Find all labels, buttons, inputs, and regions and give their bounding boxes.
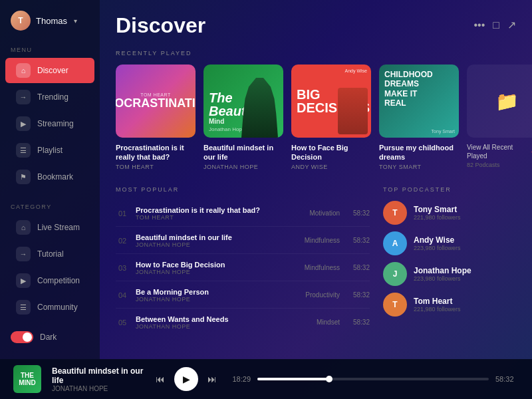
track-artist: JONATHAN HOPE	[136, 241, 280, 248]
podcaster-name: Jonathan Hope	[414, 266, 471, 275]
podcaster-avatar: J	[383, 262, 407, 286]
podcast-author: TOM HEART	[116, 164, 196, 170]
podcast-author: JONATHAN HOPE	[203, 164, 283, 170]
sidebar-item-community[interactable]: ☰ Community	[5, 295, 94, 320]
top-podcaster-section: TOP PODCASTER T Tony Smart 221,980 follo…	[383, 186, 516, 335]
podcast-card-procrastination[interactable]: Tom Heart PROCRASTINATION Procrastinatio…	[116, 65, 196, 170]
view-all-card[interactable]: 📁	[467, 65, 532, 138]
podcast-cover-beautiful: The Beautiful Mind Jonathan Hope	[203, 65, 283, 138]
sidebar-item-bookmark[interactable]: ⚑ Bookmark	[5, 164, 94, 190]
total-time: 58:32	[495, 375, 519, 383]
track-info: Procrastination is it really that bad? T…	[136, 206, 280, 221]
trending-icon: →	[16, 90, 31, 104]
sidebar-item-label: Streaming	[37, 119, 74, 128]
podcast-author: TONY SMART	[379, 164, 459, 170]
popular-item[interactable]: 01 Procrastination is it really that bad…	[116, 201, 370, 227]
sidebar-item-trending[interactable]: → Trending	[5, 84, 94, 110]
competition-icon: ▶	[16, 273, 31, 288]
podcaster-followers: 221,980 followers	[414, 306, 461, 313]
progress-knob	[326, 376, 332, 382]
avatar: T	[11, 11, 31, 31]
dark-mode-toggle[interactable]: Dark	[0, 326, 100, 348]
podcaster-info: Andy Wise 223,980 followers	[414, 235, 461, 251]
popular-item[interactable]: 03 How to Face Big Decision JONATHAN HOP…	[116, 255, 370, 281]
progress-bar[interactable]	[257, 378, 489, 380]
player-progress-area: 18:29 58:32	[227, 375, 519, 383]
popular-list: 01 Procrastination is it really that bad…	[116, 201, 370, 335]
streaming-icon: ▶	[16, 116, 31, 131]
view-all-info: View All Recent Played → 82 Podcasts	[467, 143, 532, 168]
dark-mode-label: Dark	[40, 332, 57, 342]
podcast-author: ANDY WISE	[291, 164, 371, 170]
podcast-card-childhood[interactable]: CHILDHOODDREAMSMAKE ITREAL Tony Smart Pu…	[379, 65, 459, 170]
podcast-name: Pursue my childhood dreams	[379, 143, 459, 162]
sidebar-item-competition[interactable]: ▶ Competition	[5, 268, 94, 293]
podcaster-item[interactable]: J Jonathan Hope 223,980 followers	[383, 262, 516, 286]
podcaster-list: T Tony Smart 221,980 followers A Andy Wi…	[383, 201, 516, 317]
playlist-icon: ☰	[16, 143, 31, 158]
podcaster-item[interactable]: A Andy Wise 223,980 followers	[383, 231, 516, 255]
podcaster-info: Tom Heart 221,980 followers	[414, 297, 461, 313]
sidebar-item-playlist[interactable]: ☰ Playlist	[5, 138, 94, 163]
podcaster-name: Tony Smart	[414, 205, 461, 214]
arrow-icon: →	[529, 146, 532, 157]
profile-name: Thomas	[36, 16, 67, 26]
livestream-icon: ⌂	[16, 220, 31, 235]
player-info: Beautiful mindset in our life JONATHAN H…	[52, 366, 145, 392]
prev-button[interactable]: ⏮	[156, 374, 165, 384]
music-icon: THEMIND	[19, 372, 36, 386]
bottom-sections: MOST POPULAR 01 Procrastination is it re…	[116, 186, 516, 335]
next-button[interactable]: ⏭	[207, 374, 217, 384]
sidebar-item-label: Bookmark	[37, 172, 73, 182]
recently-played-grid: Tom Heart PROCRASTINATION Procrastinatio…	[116, 65, 516, 170]
podcaster-info: Jonathan Hope 223,980 followers	[414, 266, 471, 282]
bottom-player: THEMIND Beautiful mindset in our life JO…	[0, 359, 532, 399]
sidebar-item-discover[interactable]: ⌂ Discover	[5, 58, 94, 83]
person-silhouette	[338, 88, 368, 134]
view-all-label: View All Recent Played	[467, 143, 527, 160]
popular-item[interactable]: 04 Be a Morning Person JONATHAN HOPE Pro…	[116, 283, 370, 309]
podcaster-followers: 223,980 followers	[414, 245, 461, 251]
view-all-link[interactable]: View All Recent Played →	[467, 143, 532, 160]
podcast-card-beautiful[interactable]: The Beautiful Mind Jonathan Hope Beautif…	[203, 65, 283, 170]
most-popular-label: MOST POPULAR	[116, 186, 370, 193]
track-number: 02	[116, 237, 129, 245]
play-button[interactable]: ▶	[174, 367, 198, 391]
current-time: 18:29	[227, 375, 251, 383]
sidebar-profile[interactable]: T Thomas ▾	[0, 11, 100, 41]
more-icon[interactable]: •••	[474, 19, 485, 31]
podcaster-avatar: T	[383, 293, 407, 317]
sidebar-item-streaming[interactable]: ▶ Streaming	[5, 111, 94, 136]
sidebar-item-tutorial[interactable]: → Tutorial	[5, 241, 94, 267]
sidebar-item-label: Community	[37, 303, 78, 312]
podcast-cover-procrastination: Tom Heart PROCRASTINATION	[116, 65, 196, 138]
popular-item[interactable]: 02 Beautiful mindset in our life JONATHA…	[116, 228, 370, 254]
podcaster-avatar: T	[383, 201, 407, 225]
track-title: Procrastination is it really that bad?	[136, 206, 280, 214]
category-section-label: CATEGORY	[0, 198, 100, 214]
sidebar-item-label: Live Stream	[37, 223, 80, 232]
podcaster-item[interactable]: T Tony Smart 221,980 followers	[383, 201, 516, 225]
popular-item[interactable]: 05 Between Wants and Needs JONATHAN HOPE…	[116, 310, 370, 335]
silhouette-decoration	[241, 78, 278, 138]
menu-section-label: MENU	[0, 41, 100, 57]
sidebar-item-livestream[interactable]: ⌂ Live Stream	[5, 215, 94, 240]
podcast-cover-bigdecisions: Andy Wise BIG DECISIONS	[291, 65, 371, 138]
podcasts-count: 82 Podcasts	[467, 162, 532, 168]
sidebar-item-label: Tutorial	[37, 249, 64, 259]
player-artist: JONATHAN HOPE	[52, 385, 145, 392]
track-title: Be a Morning Person	[136, 288, 280, 296]
toggle-track[interactable]	[11, 331, 33, 343]
podcaster-item[interactable]: T Tom Heart 221,980 followers	[383, 293, 516, 317]
screen-icon[interactable]: □	[493, 19, 499, 31]
podcast-card-bigdecisions[interactable]: Andy Wise BIG DECISIONS How to Face Big …	[291, 65, 371, 170]
track-info: Beautiful mindset in our life JONATHAN H…	[136, 233, 280, 248]
sidebar-item-label: Playlist	[37, 146, 63, 155]
track-artist: JONATHAN HOPE	[136, 269, 280, 275]
podcaster-followers: 223,980 followers	[414, 275, 471, 282]
external-link-icon[interactable]: ↗	[507, 19, 516, 31]
podcaster-info: Tony Smart 221,980 followers	[414, 205, 461, 221]
recently-played-label: RECENTLY PLAYED	[116, 50, 516, 57]
track-category: Productivity	[287, 291, 340, 299]
sidebar-item-label: Discover	[37, 66, 68, 75]
